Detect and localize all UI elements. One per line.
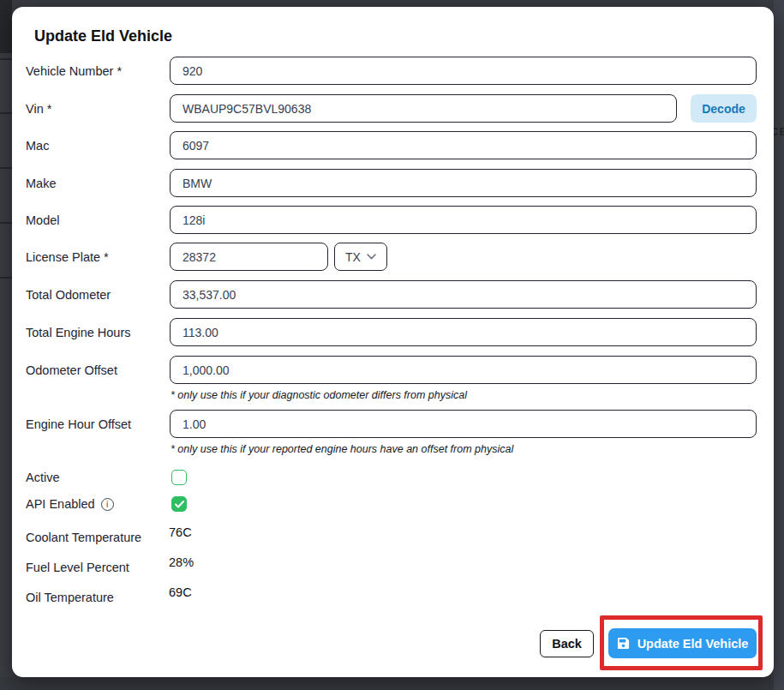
toggle-row-active: Active: [12, 470, 774, 485]
modal-title: Update Eld Vehicle: [34, 27, 172, 45]
license-state-select[interactable]: TX: [334, 243, 387, 271]
backdrop-row-line: [0, 167, 12, 169]
vehicle-number-label: Vehicle Number *: [26, 57, 122, 85]
backdrop-row-line: [0, 222, 12, 224]
vin-input[interactable]: [170, 94, 677, 123]
odometer-offset-note: * only use this if your diagnostic odome…: [171, 389, 467, 401]
total-odometer-input[interactable]: [170, 280, 757, 309]
overlay-backdrop-right: CE: [774, 0, 784, 690]
fuel-level-percent-label: Fuel Level Percent: [26, 561, 129, 574]
overlay-backdrop-bottom: [0, 677, 784, 690]
make-input[interactable]: [170, 169, 757, 197]
overlay-backdrop-left: [0, 0, 12, 690]
field-row-total-odometer: Total Odometer: [12, 280, 774, 309]
model-input[interactable]: [170, 206, 757, 234]
engine-hour-offset-input[interactable]: [170, 410, 757, 438]
engine-hour-offset-label: Engine Hour Offset: [26, 410, 131, 438]
license-plate-input[interactable]: [170, 243, 328, 271]
field-row-engine-hour-offset: Engine Hour Offset: [12, 410, 774, 438]
odometer-offset-label: Odometer Offset: [26, 356, 117, 384]
total-odometer-label: Total Odometer: [26, 280, 111, 309]
fuel-level-percent-value: 28%: [169, 555, 194, 569]
odometer-offset-input[interactable]: [170, 356, 757, 384]
decode-button[interactable]: Decode: [691, 94, 757, 123]
field-row-odometer-offset: Odometer Offset: [12, 356, 774, 384]
mac-input[interactable]: [170, 131, 757, 159]
backdrop-row-line: [0, 112, 12, 114]
check-icon: [175, 501, 184, 508]
total-engine-hours-input[interactable]: [170, 318, 757, 346]
field-row-model: Model: [12, 206, 774, 234]
backdrop-shade: [0, 0, 12, 53]
chevron-down-icon: [367, 254, 376, 260]
oil-temperature-value: 69C: [169, 585, 192, 599]
field-row-license-plate: License Plate * TX: [12, 243, 774, 271]
field-row-vehicle-number: Vehicle Number *: [12, 57, 774, 85]
active-label: Active: [26, 470, 60, 485]
field-row-total-engine-hours: Total Engine Hours: [12, 318, 774, 346]
back-button[interactable]: Back: [540, 630, 594, 657]
field-row-make: Make: [12, 169, 774, 197]
oil-temperature-label: Oil Temperature: [26, 591, 114, 604]
update-eld-vehicle-button[interactable]: Update Eld Vehicle: [608, 628, 757, 658]
coolant-temperature-value: 76C: [169, 525, 192, 539]
backdrop-row-line: [0, 58, 12, 60]
field-row-mac: Mac: [12, 131, 774, 159]
model-label: Model: [26, 206, 60, 234]
info-icon[interactable]: i: [101, 498, 114, 511]
license-plate-label: License Plate *: [26, 243, 109, 271]
toggle-row-api-enabled: API Enabled i: [12, 496, 774, 512]
active-checkbox[interactable]: [171, 470, 187, 485]
background-clipped-text: CE: [774, 125, 784, 138]
field-row-vin: Vin * Decode: [12, 94, 774, 123]
make-label: Make: [26, 169, 56, 197]
license-state-value: TX: [345, 250, 361, 264]
stat-row-oil-temperature: Oil Temperature 69C: [12, 585, 774, 603]
total-engine-hours-label: Total Engine Hours: [26, 318, 131, 346]
mac-label: Mac: [26, 131, 49, 159]
stat-row-fuel-level: Fuel Level Percent 28%: [12, 555, 774, 573]
coolant-temperature-label: Coolant Temperature: [26, 531, 141, 544]
backdrop-row-line: [0, 277, 12, 279]
vehicle-number-input[interactable]: [170, 57, 757, 85]
engine-hour-offset-note: * only use this if your reported engine …: [171, 443, 513, 455]
stat-row-coolant: Coolant Temperature 76C: [12, 525, 774, 543]
vin-label: Vin *: [26, 94, 51, 123]
update-eld-vehicle-modal: Update Eld Vehicle Vehicle Number * Vin …: [12, 7, 774, 677]
api-enabled-label: API Enabled: [26, 497, 95, 511]
update-eld-vehicle-button-label: Update Eld Vehicle: [637, 637, 749, 651]
api-enabled-checkbox[interactable]: [171, 496, 187, 512]
save-icon: [617, 637, 630, 650]
